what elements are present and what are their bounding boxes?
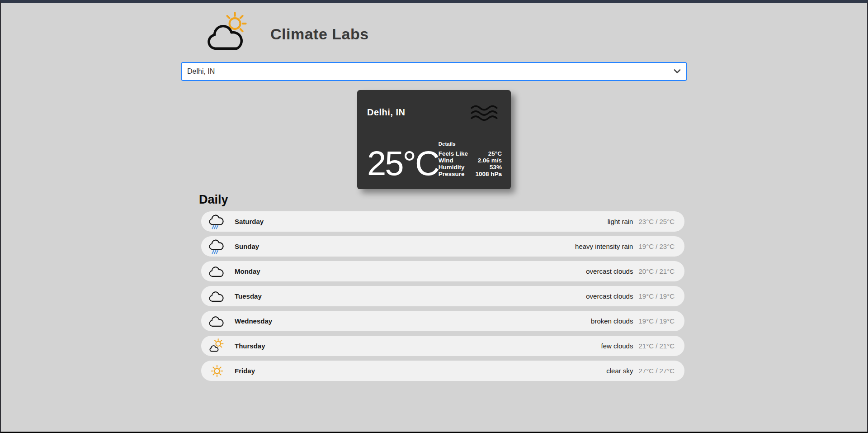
detail-row: Humidity 53% [439, 164, 502, 171]
daily-heading: Daily [199, 193, 687, 207]
daily-row-saturday[interactable]: Saturday light rain 23°C / 25°C [201, 211, 684, 232]
sun-behind-cloud-icon [208, 337, 226, 355]
mist-icon [469, 104, 501, 124]
day-temperatures: 19°C / 23°C [638, 243, 675, 250]
chevron-down-icon [674, 69, 681, 74]
day-name: Sunday [235, 243, 259, 250]
day-name: Saturday [235, 218, 264, 225]
detail-value: 1008 hPa [475, 171, 502, 177]
sun-behind-cloud-logo-icon [203, 11, 253, 57]
daily-list: Saturday light rain 23°C / 25°C Sunday h… [201, 211, 684, 381]
detail-value: 53% [490, 164, 502, 171]
day-description: few clouds [601, 342, 633, 350]
daily-row-thursday[interactable]: Thursday few clouds 21°C / 21°C [201, 336, 684, 356]
daily-row-sunday[interactable]: Sunday heavy intensity rain 19°C / 23°C [201, 236, 684, 257]
day-temperatures: 23°C / 25°C [638, 218, 675, 225]
select-dropdown-indicator[interactable] [668, 69, 686, 74]
day-temperatures: 19°C / 19°C [638, 317, 675, 325]
daily-row-wednesday[interactable]: Wednesday broken clouds 19°C / 19°C [201, 311, 684, 331]
detail-label: Pressure [439, 171, 465, 177]
detail-value: 2.06 m/s [478, 157, 502, 164]
day-description: clear sky [606, 367, 633, 375]
detail-row: Pressure 1008 hPa [439, 171, 502, 177]
day-name: Tuesday [235, 292, 262, 300]
current-weather-card: Delhi, IN 25°C Details Feels Like 25°C [357, 90, 511, 189]
location-select-value: Delhi, IN [182, 67, 668, 76]
detail-label: Wind [439, 157, 453, 164]
day-name: Wednesday [235, 317, 272, 325]
detail-row: Feels Like 25°C [439, 150, 502, 157]
detail-label: Feels Like [439, 150, 468, 157]
current-temperature: 25°C [367, 150, 439, 177]
day-description: light rain [608, 218, 633, 225]
cloud-icon [208, 262, 226, 281]
daily-row-tuesday[interactable]: Tuesday overcast clouds 19°C / 19°C [201, 286, 684, 306]
day-temperatures: 20°C / 21°C [638, 267, 675, 275]
detail-value: 25°C [488, 150, 502, 157]
location-select[interactable]: Delhi, IN [181, 62, 687, 81]
day-description: heavy intensity rain [575, 243, 633, 250]
card-location: Delhi, IN [367, 107, 406, 118]
day-temperatures: 27°C / 27°C [638, 367, 675, 375]
sun-icon [208, 362, 226, 380]
cloud-icon [208, 287, 226, 305]
detail-row: Wind 2.06 m/s [439, 157, 502, 164]
rain-cloud-icon [208, 238, 226, 256]
day-temperatures: 21°C / 21°C [638, 342, 675, 350]
cloud-icon [208, 312, 226, 330]
day-description: overcast clouds [586, 267, 633, 275]
header: Climate Labs [181, 3, 687, 57]
weather-details: Details Feels Like 25°C Wind 2.06 m/s Hu… [439, 141, 502, 177]
day-description: broken clouds [591, 317, 633, 325]
details-heading: Details [439, 141, 502, 147]
day-name: Thursday [235, 342, 265, 350]
app-window: Climate Labs Delhi, IN Delhi, IN [0, 0, 868, 433]
day-name: Friday [235, 367, 255, 375]
rain-cloud-icon [208, 213, 226, 231]
day-temperatures: 19°C / 19°C [638, 292, 675, 300]
daily-row-monday[interactable]: Monday overcast clouds 20°C / 21°C [201, 261, 684, 281]
app-title: Climate Labs [270, 25, 369, 43]
day-name: Monday [235, 267, 260, 275]
detail-label: Humidity [439, 164, 465, 171]
day-description: overcast clouds [586, 292, 633, 300]
daily-row-friday[interactable]: Friday clear sky 27°C / 27°C [201, 361, 684, 381]
